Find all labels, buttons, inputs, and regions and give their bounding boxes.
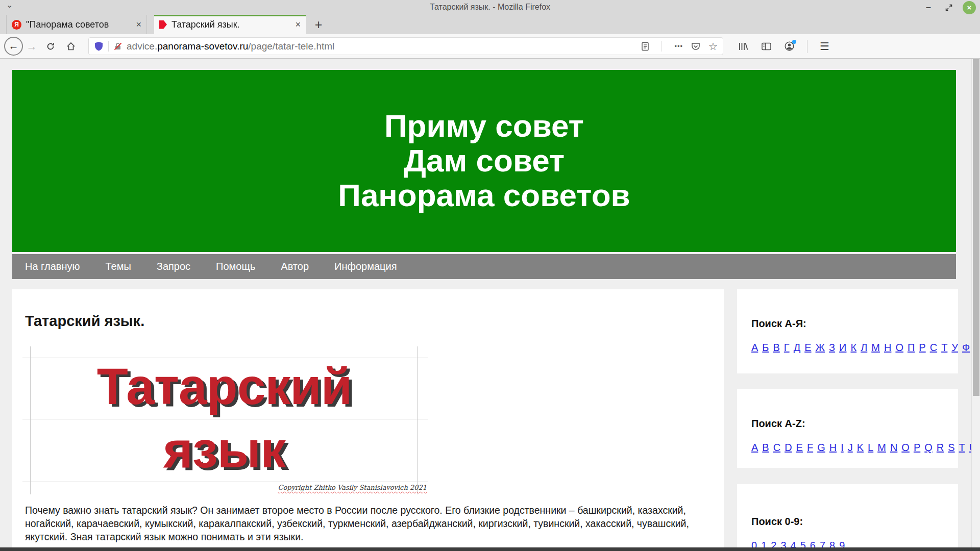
tab-close-icon[interactable]: ×: [295, 19, 301, 30]
page-viewport: Приму советДам советПанорама советов На …: [0, 59, 980, 547]
sidebar-heading: Поиск 0-9:: [751, 516, 945, 528]
letter-link[interactable]: I: [841, 442, 844, 453]
site-banner: Приму советДам советПанорама советов: [12, 70, 956, 252]
letter-link[interactable]: М: [871, 342, 880, 353]
letter-link[interactable]: О: [895, 342, 903, 353]
letter-link[interactable]: B: [762, 442, 769, 453]
menu-item[interactable]: Информация: [334, 261, 397, 272]
letter-link[interactable]: С: [930, 342, 937, 353]
reader-mode-icon[interactable]: [641, 41, 649, 52]
letter-link[interactable]: Г: [784, 342, 790, 353]
letter-link[interactable]: O: [901, 442, 910, 453]
tab-label: "Панорама советов: [26, 19, 131, 30]
letter-link[interactable]: Л: [861, 342, 867, 353]
letter-link[interactable]: З: [829, 342, 835, 353]
letter-link[interactable]: L: [868, 442, 873, 453]
letter-link[interactable]: S: [948, 442, 954, 453]
image-copyright-signature: Copyright Zhitko Vasily Stanislavovich 2…: [278, 484, 427, 491]
letter-link[interactable]: M: [877, 442, 886, 453]
sidebar-toggle-icon[interactable]: [761, 42, 772, 51]
article-title: Татарский язык.: [25, 313, 144, 330]
image-text-line1: Татарский: [25, 361, 424, 412]
letter-link[interactable]: А: [751, 342, 758, 353]
letter-link[interactable]: G: [817, 442, 825, 453]
tab-close-icon[interactable]: ×: [136, 19, 141, 30]
letter-link[interactable]: F: [807, 442, 813, 453]
letter-link[interactable]: P: [914, 442, 920, 453]
letter-link[interactable]: E: [796, 442, 803, 453]
article-image: Татарский язык Copyright Zhitko Vasily S…: [25, 349, 424, 492]
sidebar-heading: Поиск A-Z:: [751, 418, 945, 430]
letter-link[interactable]: У: [951, 342, 958, 353]
url-bar[interactable]: advice.panorama-sovetov.ru/page/tatar-te…: [88, 37, 723, 55]
new-tab-button[interactable]: +: [310, 15, 327, 34]
letter-link[interactable]: A: [751, 442, 758, 453]
page-scrollbar[interactable]: [971, 59, 980, 547]
page-actions-icon[interactable]: •••: [674, 42, 683, 50]
home-button[interactable]: [61, 41, 81, 52]
letter-link[interactable]: D: [785, 442, 792, 453]
window-title: Татарский язык. - Mozilla Firefox: [0, 3, 980, 12]
letter-link[interactable]: R: [937, 442, 944, 453]
menu-item[interactable]: Автор: [281, 261, 309, 272]
scrollbar-thumb[interactable]: [973, 59, 979, 396]
letter-link[interactable]: Q: [924, 442, 933, 453]
tab-panorama-sovetov[interactable]: Я "Панорама советов ×: [6, 15, 147, 34]
letter-link[interactable]: Т: [941, 342, 947, 353]
back-button[interactable]: ←: [4, 37, 23, 56]
window-titlebar: ⌄ Татарский язык. - Mozilla Firefox – ×: [0, 0, 980, 15]
minimize-button[interactable]: –: [922, 1, 935, 14]
window-controls: – ×: [922, 1, 976, 14]
navigation-toolbar: ← → advice.panorama-sovetov.r: [0, 34, 980, 59]
menu-hamburger-icon[interactable]: ☰: [820, 40, 829, 53]
pocket-icon[interactable]: [691, 42, 701, 51]
library-icon[interactable]: [738, 41, 749, 52]
toolbar-right-icons: ☰: [738, 40, 829, 53]
letter-link[interactable]: C: [773, 442, 780, 453]
tracking-protection-shield-icon[interactable]: [94, 41, 104, 52]
letter-link[interactable]: J: [848, 442, 853, 453]
url-domain: panorama-sovetov.ru: [157, 41, 248, 52]
menu-item[interactable]: Помощь: [216, 261, 255, 272]
letter-link[interactable]: Ф: [962, 342, 970, 353]
menu-item[interactable]: На главную: [25, 261, 80, 272]
letter-link[interactable]: Б: [762, 342, 769, 353]
letter-link[interactable]: Д: [794, 342, 801, 353]
letter-link[interactable]: K: [857, 442, 864, 453]
site-menu: На главнуюТемыЗапросПомощьАвторИнформаци…: [12, 254, 956, 279]
account-button[interactable]: [784, 41, 795, 52]
latin-letter-links: ABCDEFGHIJKLMNOPQRSTUVWXYZ: [751, 442, 946, 454]
sidebar-search-latin: Поиск A-Z: ABCDEFGHIJKLMNOPQRSTUVWXYZ: [737, 389, 958, 468]
banner-line: Панорама советов: [12, 178, 956, 213]
maximize-button[interactable]: [942, 1, 955, 14]
letter-link[interactable]: Н: [884, 342, 891, 353]
tab-tatar-language-active[interactable]: Татарский язык. ×: [154, 15, 306, 34]
letter-link[interactable]: Е: [804, 342, 811, 353]
forward-button[interactable]: →: [23, 40, 40, 53]
home-icon: [66, 41, 76, 52]
letter-link[interactable]: H: [829, 442, 837, 453]
sidebar-search-cyrillic: Поиск А-Я: АБВГДЕЖЗИКЛМНОПРСТУФХЦЧШЩЭЮЯ: [737, 289, 958, 373]
menu-item[interactable]: Запрос: [157, 261, 190, 272]
menu-item[interactable]: Темы: [105, 261, 131, 272]
insecure-lock-icon[interactable]: [113, 42, 122, 51]
letter-link[interactable]: И: [839, 342, 846, 353]
bookmark-star-icon[interactable]: ☆: [708, 40, 718, 53]
letter-link[interactable]: T: [959, 442, 965, 453]
reload-button[interactable]: [40, 42, 61, 51]
sidebar-search-digits: Поиск 0-9: 0123456789: [737, 484, 958, 547]
letter-link[interactable]: В: [773, 342, 779, 353]
image-guide-line: [22, 419, 428, 419]
letter-link[interactable]: П: [908, 342, 915, 353]
letter-link[interactable]: Ж: [816, 342, 825, 353]
close-button[interactable]: ×: [963, 1, 976, 14]
maximize-icon: [945, 4, 953, 12]
url-text[interactable]: advice.panorama-sovetov.ru/page/tatar-te…: [127, 41, 641, 52]
banner-line: Дам совет: [12, 143, 956, 178]
letter-link[interactable]: К: [850, 342, 856, 353]
letter-link[interactable]: N: [890, 442, 897, 453]
urlbar-divider: [662, 41, 662, 52]
image-text-line2: язык: [25, 424, 424, 475]
letter-link[interactable]: Р: [919, 342, 925, 353]
toolbar-divider: [807, 40, 807, 53]
